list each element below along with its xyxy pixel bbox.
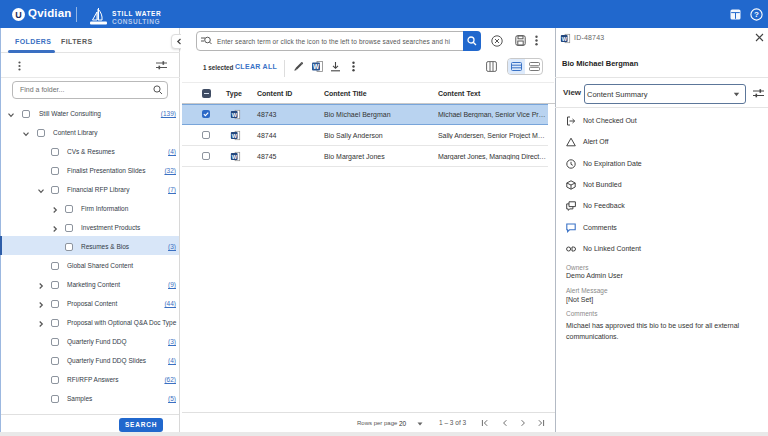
svg-text:W: W: [562, 36, 568, 42]
svg-text:W: W: [232, 133, 238, 139]
svg-text:W: W: [313, 63, 320, 70]
svg-text:W: W: [232, 112, 238, 118]
svg-text:?: ?: [754, 10, 759, 19]
svg-text:W: W: [232, 154, 238, 160]
